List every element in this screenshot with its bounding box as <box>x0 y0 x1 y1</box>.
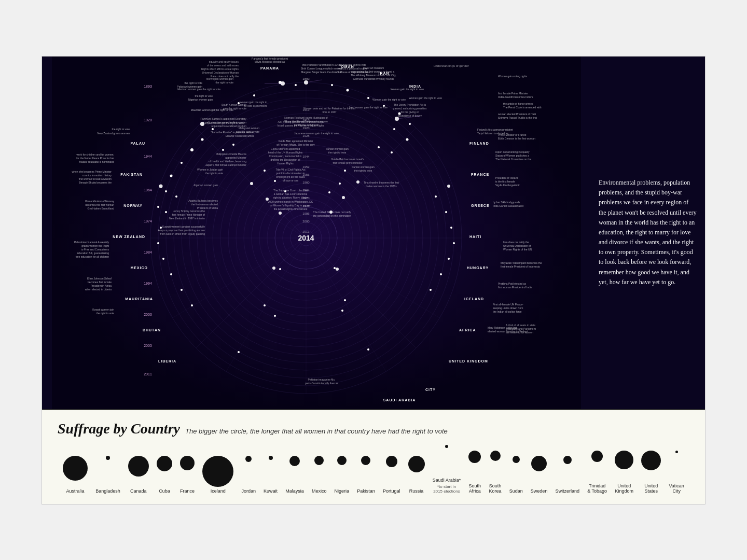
svg-point-63 <box>253 94 255 96</box>
country-legend-item: Pakistan <box>357 456 375 494</box>
circular-chart: 1893 1913 1918 1920 1928 1944 1952 1956 … <box>42 57 591 409</box>
svg-text:Jenny Shipley becomes the: Jenny Shipley becomes the <box>173 209 205 213</box>
country-legend-item: Canada <box>128 456 149 494</box>
svg-point-69 <box>212 128 214 130</box>
svg-text:first female Prime Minister: first female Prime Minister <box>498 92 528 95</box>
svg-text:Mayawati Teknamparti becomes t: Mayawati Teknamparti becomes the <box>501 261 542 264</box>
svg-text:of Foreign Affairs. She is the: of Foreign Affairs. She is the only <box>276 143 315 146</box>
legend-title-row: Suffrage by Country The bigger the circl… <box>58 421 689 437</box>
svg-text:parts Constitutionally then as: parts Constitutionally then as <box>305 382 339 385</box>
svg-point-86 <box>238 351 240 353</box>
svg-point-71 <box>406 138 409 141</box>
svg-text:UNITED KINGDOM: UNITED KINGDOM <box>449 359 488 363</box>
svg-text:Women gain the right to vote: Women gain the right to vote <box>372 98 406 101</box>
svg-text:President in Africa: President in Africa <box>91 284 112 287</box>
svg-text:drafting the Declaration of: drafting the Declaration of <box>270 158 300 161</box>
svg-text:Gro Harlem Brundtland: Gro Harlem Brundtland <box>88 207 115 210</box>
svg-text:by her Sikh bodyguards: by her Sikh bodyguards <box>493 201 520 204</box>
svg-text:Eleanor Roosevelt writes: Eleanor Roosevelt writes <box>226 134 255 137</box>
svg-point-102 <box>170 273 172 275</box>
svg-text:HUNGARY: HUNGARY <box>467 266 489 270</box>
svg-point-112 <box>356 180 359 184</box>
svg-text:FINLAND: FINLAND <box>469 142 489 145</box>
svg-text:head of the UN Human Rights: head of the UN Human Rights <box>268 151 303 154</box>
svg-text:The Supreme Court rules that: The Supreme Court rules that <box>273 189 308 192</box>
svg-text:first female prime minister: first female prime minister <box>333 161 363 164</box>
svg-text:1893: 1893 <box>144 85 152 88</box>
svg-text:Benazir Bhutto becomes the: Benazir Bhutto becomes the <box>79 181 112 184</box>
svg-point-94 <box>448 258 450 260</box>
svg-text:Iranian women gain: Iranian women gain <box>326 147 349 150</box>
svg-point-92 <box>450 227 452 229</box>
svg-point-66 <box>367 97 369 99</box>
svg-point-93 <box>453 242 455 244</box>
country-legend-item: Iceland <box>202 456 233 494</box>
svg-point-114 <box>342 196 345 199</box>
country-legend-item: UnitedKingdom <box>615 451 633 494</box>
circles-legend-row: AustraliaBangladeshCanadaCubaFranceIcela… <box>58 445 689 494</box>
svg-text:passed, authorizing penalties: passed, authorizing penalties <box>393 107 427 110</box>
svg-point-61 <box>157 206 159 208</box>
svg-text:Universal Declaration of Human: Universal Declaration of Human <box>202 71 239 74</box>
svg-point-82 <box>264 304 266 306</box>
svg-text:1986: 1986 <box>302 212 310 215</box>
svg-text:of the sexes and addresses: of the sexes and addresses <box>207 64 239 67</box>
svg-text:of Health and Welfare, becomin: of Health and Welfare, becoming <box>209 160 246 163</box>
svg-point-98 <box>165 211 167 213</box>
country-legend-item: UnitedStates <box>641 451 661 494</box>
country-legend-item: Australia <box>63 456 88 494</box>
svg-text:INDONESIA: INDONESIA <box>356 409 381 409</box>
country-label: Nigeria <box>335 488 350 494</box>
country-legend-item: Cuba <box>157 456 172 494</box>
svg-text:Education Bill, guaranteeing: Education Bill, guaranteeing <box>77 251 109 255</box>
svg-text:major art museum: major art museum <box>363 66 384 69</box>
svg-point-68 <box>201 138 204 141</box>
country-label: UnitedStates <box>644 483 658 494</box>
svg-text:Milvia Moscoso elected as: Milvia Moscoso elected as <box>255 60 285 63</box>
svg-point-109 <box>159 184 163 188</box>
svg-text:right to abortion: Roe v. Wade: right to abortion: Roe v. Wade <box>273 196 308 199</box>
svg-text:AFRICA: AFRICA <box>459 328 476 332</box>
svg-text:first female President of Indo: first female President of Indonesia <box>501 265 540 268</box>
svg-text:the right to vote: the right to vote <box>205 172 224 175</box>
country-note: *to start in2015 elections <box>433 484 460 494</box>
svg-text:Iran does not ratify the: Iran does not ratify the <box>503 241 529 244</box>
svg-text:CITY: CITY <box>425 388 436 391</box>
suffrage-circle <box>468 451 481 463</box>
svg-text:Margaret Singer leads the Amer: Margaret Singer leads the American <box>301 71 342 74</box>
visualization-section: 1893 1913 1918 1920 1928 1944 1952 1956 … <box>42 57 705 409</box>
svg-text:LIBERIA: LIBERIA <box>158 359 176 363</box>
svg-text:Human Rights: Human Rights <box>277 162 294 165</box>
country-label: Pakistan <box>357 488 375 494</box>
svg-point-103 <box>181 289 183 291</box>
svg-text:1893: 1893 <box>302 77 310 80</box>
svg-text:are reserved for women: are reserved for women <box>506 331 533 334</box>
svg-point-104 <box>191 304 193 306</box>
svg-text:2005: 2005 <box>144 344 152 347</box>
svg-text:2000: 2000 <box>302 220 310 223</box>
svg-text:becomes the first woman: becomes the first woman <box>85 203 114 206</box>
svg-text:Pratibha Patil elected as: Pratibha Patil elected as <box>498 282 526 285</box>
svg-text:Kuwaiti women's protest succes: Kuwaiti women's protest successfully <box>162 225 205 228</box>
svg-text:2014: 2014 <box>298 234 314 242</box>
suffrage-circle <box>408 456 425 472</box>
svg-point-55 <box>170 174 173 177</box>
svg-text:New Zealand in 1997 in interim: New Zealand in 1997 in interim <box>169 217 205 220</box>
suffrage-circle <box>490 451 501 461</box>
country-legend-item: Kuwait <box>264 456 278 494</box>
svg-text:the right to vote: the right to vote <box>216 81 234 84</box>
svg-point-79 <box>339 183 341 185</box>
svg-text:Panmure Santos is appointed Se: Panmure Santos is appointed Secretary <box>201 117 247 120</box>
quote-paragraph: Environmental problems, population probl… <box>599 178 697 287</box>
svg-text:the Equal Rights Amendment: the Equal Rights Amendment <box>274 207 308 211</box>
svg-text:Prime Minister of France: Prime Minister of France <box>498 133 527 136</box>
svg-text:1984: 1984 <box>144 250 152 254</box>
svg-point-118 <box>272 267 275 270</box>
svg-point-65 <box>347 89 349 91</box>
svg-text:Title VII of Civil Rights Act: Title VII of Civil Rights Act <box>275 168 306 171</box>
svg-point-111 <box>250 182 253 185</box>
svg-text:Golda-Meir becomes Israel's: Golda-Meir becomes Israel's <box>331 158 364 161</box>
svg-text:Women vote and act for Palesti: Women vote and act for Palestine for the… <box>303 107 356 110</box>
svg-text:from work in effect from legal: from work in effect from legally passing <box>160 232 205 235</box>
svg-text:1920: 1920 <box>144 118 152 122</box>
